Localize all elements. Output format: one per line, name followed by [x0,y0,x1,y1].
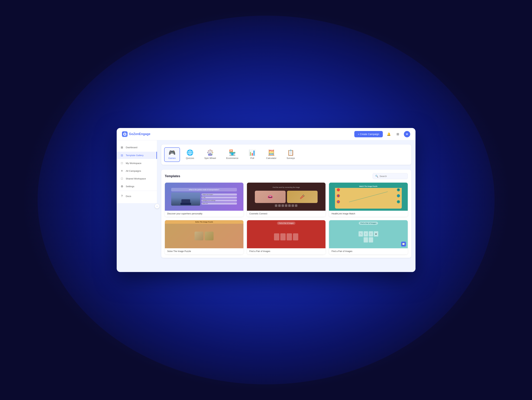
bell-icon: 🔔 [387,132,391,136]
quizzes-tab-label: Quizzes [186,157,194,160]
app-window: GoZenEngage + Create Campaign 🔔 ⊞ H ⊞ Da… [117,128,416,272]
sidebar-collapse-button[interactable]: ‹ [155,204,160,209]
template-card-healthlink[interactable]: Match The Image Puzzle 🔴 👤 🔷 👁 👤 [329,183,408,217]
games-tab-icon: 🎮 [169,150,176,155]
cosmetic-images: 👄 🥢 [255,191,318,203]
template-card-pair-teal[interactable]: Find a Pair of Images 🔍 f + 📷 💬 [329,220,408,254]
templates-section: Templates 🔍 What is the perfect mode of … [161,170,411,258]
search-icon: 🔍 [375,175,378,178]
template-label-superhero: Discover your superhero personality [165,211,243,217]
sidebar-item-shared-workspace[interactable]: □ Shared Workspace [117,175,157,182]
template-thumb-superhero: What is the perfect mode of transportati… [165,183,243,211]
puzzle-img-1 [195,232,203,240]
grid-menu-button[interactable]: ⊞ [395,131,401,137]
topbar-right: + Create Campaign 🔔 ⊞ H [354,131,410,137]
pair-card-teal-2: f [364,231,368,237]
ecommerce-tab-icon: 🏪 [229,150,236,155]
pair-card-teal-1: 🔍 [359,231,363,237]
tab-poll[interactable]: 📊 Poll [244,147,260,162]
health-dots-left: 🔴 👤 🔷 [337,188,340,203]
pair-cards-teal: 🔍 f + 📷 [358,231,379,242]
template-card-cosmetic[interactable]: Find the word by connecting the image 👄 … [247,183,325,217]
tab-spin-wheel[interactable]: 🎡 Spin Wheel [200,147,220,162]
health-match-board: Match The Image Puzzle 🔴 👤 🔷 👁 👤 [335,185,402,209]
template-card-superhero[interactable]: What is the perfect mode of transportati… [165,183,243,217]
cosmetic-img-2: 🥢 [287,191,318,203]
poll-tab-label: Poll [250,157,254,160]
spin-wheel-tab-icon: 🎡 [207,150,214,155]
notifications-button[interactable]: 🔔 [386,131,392,137]
sidebar-item-all-campaigns[interactable]: ≡ All Campaigns [117,167,157,174]
template-gallery-icon: ⊟ [120,154,124,157]
pair-card-3 [287,233,292,240]
template-thumb-pair-red: Find a Pair of Images [247,220,325,248]
template-thumb-puzzle: Solve The Image Puzzle [165,220,243,248]
pair-card-2 [280,233,285,240]
pair-card-teal-5 [364,237,368,242]
main-content: ⊞ Dashboard ⊟ Template Gallery □ My Work… [117,140,416,272]
pair-title-teal: Find a Pair of Images [359,222,378,225]
content-area: 🎮 Games 🌐 Quizzes 🎡 Spin Wheel 🏪 Ecommer… [157,140,416,272]
surveys-tab-icon: 📋 [287,150,294,155]
template-card-puzzle[interactable]: Solve The Image Puzzle Solve The Image P… [165,220,243,254]
health-connector-line [349,191,388,202]
grid-icon: ⊞ [397,132,399,136]
poll-tab-icon: 📊 [249,150,256,155]
templates-title: Templates [165,174,180,178]
template-thumb-pair-teal: Find a Pair of Images 🔍 f + 📷 💬 [329,220,408,248]
puzzle-img-2 [205,232,214,240]
search-box: 🔍 [373,173,408,179]
create-campaign-button[interactable]: + Create Campaign [354,131,383,137]
pair-card-teal-6 [369,237,373,242]
sidebar-item-my-workspace[interactable]: □ My Workspace [117,160,157,167]
sidebar-item-label: Shared Workspace [126,177,146,180]
tab-surveys[interactable]: 📋 Surveys [282,147,299,162]
ecommerce-tab-label: Ecommerce [226,157,238,160]
calculator-tab-icon: 🧮 [268,150,275,155]
all-campaigns-icon: ≡ [120,169,124,172]
logo-text: GoZenEngage [129,132,151,136]
template-label-healthlink: HealthLink Image Match [329,211,408,217]
sidebar-item-label: Docs [126,195,131,197]
category-tabs: 🎮 Games 🌐 Quizzes 🎡 Spin Wheel 🏪 Ecommer… [161,145,411,165]
puzzle-title-bar: Solve The Image Puzzle [165,220,243,224]
sidebar-item-template-gallery[interactable]: ⊟ Template Gallery [117,152,157,159]
template-thumb-cosmetic: Find the word by connecting the image 👄 … [247,183,325,211]
search-input[interactable] [380,175,405,178]
cosmetic-img-1: 👄 [255,191,285,203]
template-label-pair-teal: Find a Pair of Images [329,248,408,254]
calculator-tab-label: Calculator [266,157,276,160]
sidebar-item-dashboard[interactable]: ⊞ Dashboard [117,144,157,151]
docs-icon: ? [120,195,124,198]
tab-calculator[interactable]: 🧮 Calculator [262,147,281,162]
pair-title-red: Find a Pair of Images [277,222,296,225]
templates-header: Templates 🔍 [165,173,408,179]
templates-grid: What is the perfect mode of transportati… [165,183,408,254]
puzzle-images [195,232,214,240]
health-title-bar: Match The Image Puzzle [335,185,402,188]
sidebar-item-settings[interactable]: ⚙ Settings [117,183,157,190]
template-label-puzzle: Solve The Image Puzzle [165,248,243,254]
template-card-pair-red[interactable]: Find a Pair of Images Find a Pair of Ima… [247,220,325,254]
avatar[interactable]: H [404,131,410,137]
teal-overlay-icon: 💬 [401,242,406,246]
pair-card-teal-3: + [369,231,373,237]
my-workspace-icon: □ [120,161,124,165]
sidebar-item-docs[interactable]: ? Docs [117,193,157,200]
sidebar-item-label: Settings [126,185,134,188]
template-label-pair-red: Find a Pair of Images [247,248,325,254]
tab-ecommerce[interactable]: 🏪 Ecommerce [222,147,242,162]
tab-games[interactable]: 🎮 Games [164,147,180,162]
logo: GoZenEngage [122,131,151,137]
sidebar-item-label: Template Gallery [126,154,144,157]
games-tab-label: Games [168,157,176,160]
health-dots-right: 👁 👤 ✏ [397,188,400,203]
template-label-cosmetic: Cosmetic Connect [247,211,325,217]
dashboard-icon: ⊞ [120,146,124,149]
sidebar: ⊞ Dashboard ⊟ Template Gallery □ My Work… [117,140,157,203]
settings-icon: ⚙ [120,185,124,188]
sidebar-bottom: ? Docs [117,191,157,200]
shared-workspace-icon: □ [120,177,124,180]
tab-quizzes[interactable]: 🌐 Quizzes [182,147,198,162]
logo-icon [122,131,128,137]
